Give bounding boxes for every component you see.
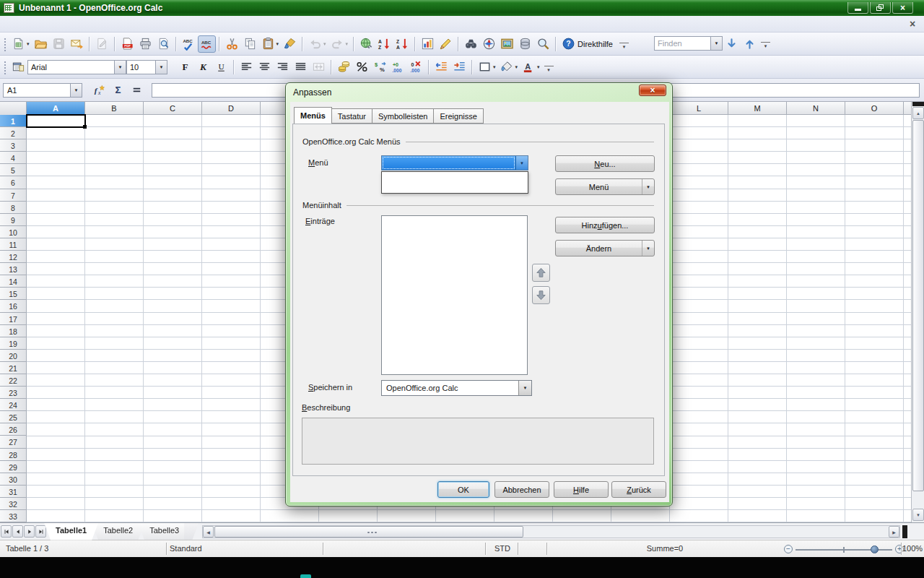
sum-status[interactable]: Summe=0 — [546, 544, 783, 553]
selection-mode-status[interactable]: STD — [488, 544, 517, 553]
find-down-button[interactable] — [723, 35, 741, 52]
hinzufuegen-button[interactable]: Hinzufügen... — [555, 217, 655, 233]
row-header-28[interactable]: 28 — [0, 449, 27, 461]
borders-button[interactable]: ▾ — [476, 59, 498, 76]
tab-tastatur[interactable]: Tastatur — [332, 108, 372, 124]
toolbar-overflow-button[interactable]: ▾ — [761, 42, 770, 49]
abbrechen-button[interactable]: Abbrechen — [494, 481, 549, 498]
horizontal-scrollbar-thumb[interactable] — [214, 526, 523, 538]
toolbar-overflow-button[interactable]: ▾ — [544, 66, 554, 73]
gallery-button[interactable] — [498, 35, 516, 53]
close-window-button[interactable]: × — [892, 2, 913, 14]
auto-spellcheck-button[interactable]: ABC — [198, 35, 216, 53]
chevron-down-icon[interactable]: ▼ — [518, 381, 531, 395]
scroll-down-button[interactable]: ▼ — [912, 509, 924, 521]
row-header-8[interactable]: 8 — [0, 202, 27, 214]
page-preview-button[interactable] — [154, 35, 173, 53]
row-header-23[interactable]: 23 — [0, 387, 27, 399]
save-in-select[interactable]: OpenOffice.org Calc ▼ — [381, 380, 532, 396]
data-sources-button[interactable] — [516, 35, 534, 53]
new-document-button[interactable]: ▾ — [9, 35, 32, 53]
name-box-dropdown[interactable]: ▼ — [70, 84, 82, 97]
email-button[interactable] — [68, 35, 86, 53]
decrease-indent-button[interactable] — [432, 59, 450, 76]
fill-handle[interactable] — [83, 125, 87, 129]
export-pdf-button[interactable]: PDF — [118, 35, 136, 53]
row-header-27[interactable]: 27 — [0, 436, 27, 448]
column-header-c[interactable]: C — [144, 102, 202, 114]
dialog-close-button[interactable]: × — [639, 85, 666, 96]
next-sheet-button[interactable] — [24, 525, 35, 538]
sort-ascending-button[interactable]: AZ — [375, 35, 393, 53]
name-box[interactable]: A1 ▼ — [3, 83, 82, 98]
row-header-31[interactable]: 31 — [0, 486, 27, 498]
navigator-button[interactable] — [480, 35, 498, 53]
column-header-o[interactable]: O — [845, 102, 904, 114]
function-wizard-button[interactable]: fx — [90, 82, 108, 98]
horizontal-split-handle[interactable] — [902, 525, 907, 538]
draw-functions-button[interactable] — [437, 35, 455, 53]
row-header-17[interactable]: 17 — [0, 313, 27, 325]
row-header-6[interactable]: 6 — [0, 176, 27, 189]
taskbar[interactable] — [0, 557, 924, 578]
aendern-dropdown-button[interactable]: Ändern ▼ — [555, 240, 655, 256]
row-header-26[interactable]: 26 — [0, 423, 27, 436]
minimize-button[interactable] — [847, 2, 868, 14]
first-sheet-button[interactable] — [1, 525, 12, 538]
cut-button[interactable] — [223, 35, 241, 53]
underline-button[interactable]: U — [212, 59, 230, 76]
row-header-14[interactable]: 14 — [0, 275, 27, 288]
row-header-32[interactable]: 32 — [0, 498, 27, 510]
row-header-16[interactable]: 16 — [0, 300, 27, 312]
menu-dropdown-button[interactable]: Menü ▼ — [555, 178, 655, 195]
selected-cell-a1[interactable] — [26, 114, 86, 128]
horizontal-scrollbar[interactable]: ◀ ▶ — [202, 525, 900, 538]
hilfe-button[interactable]: Hilfe — [554, 481, 609, 498]
zurueck-button[interactable]: Zurück — [611, 481, 666, 498]
row-header-11[interactable]: 11 — [0, 238, 27, 251]
move-down-button[interactable] — [532, 286, 550, 304]
number-standard-button[interactable]: $% — [371, 59, 389, 76]
scroll-up-button[interactable]: ▲ — [912, 107, 924, 119]
find-replace-button[interactable] — [462, 35, 480, 53]
delete-decimal-button[interactable]: 0.000 — [407, 59, 425, 76]
row-header-12[interactable]: 12 — [0, 251, 27, 263]
sum-button[interactable]: Σ — [109, 82, 126, 98]
tab-ereignisse[interactable]: Ereignisse — [434, 108, 483, 124]
sort-descending-button[interactable]: ZA — [393, 35, 411, 53]
row-header-18[interactable]: 18 — [0, 325, 27, 337]
cell-reference[interactable]: A1 — [4, 84, 70, 97]
previous-sheet-button[interactable] — [12, 525, 23, 538]
row-header-15[interactable]: 15 — [0, 288, 27, 300]
neu-button[interactable]: Neu... — [555, 155, 655, 172]
print-button[interactable] — [136, 35, 154, 53]
ok-button[interactable]: OK — [437, 481, 489, 498]
row-header-10[interactable]: 10 — [0, 226, 27, 238]
last-sheet-button[interactable] — [35, 525, 46, 538]
paste-button[interactable]: ▾ — [259, 35, 282, 53]
zoom-out-button[interactable]: − — [784, 545, 793, 553]
scroll-right-button[interactable]: ▶ — [889, 526, 899, 538]
close-document-button[interactable]: × — [907, 18, 918, 30]
bold-button[interactable]: F — [176, 59, 194, 76]
sheet-tab-tabelle2[interactable]: Tabelle2 — [92, 523, 144, 540]
toolbar-overflow-button[interactable]: ▾ — [619, 43, 629, 50]
row-header-1[interactable]: 1 — [0, 115, 27, 127]
help-button[interactable]: ?Direkthilfe — [559, 35, 617, 53]
chevron-down-icon[interactable]: ▼ — [515, 156, 528, 170]
window-titlebar[interactable]: Unbenannt 1 - OpenOffice.org Calc × — [0, 0, 924, 16]
open-button[interactable] — [32, 35, 50, 53]
align-justify-button[interactable] — [292, 59, 310, 76]
styles-window-button[interactable] — [9, 59, 27, 76]
equals-button[interactable] — [128, 82, 145, 98]
row-header-24[interactable]: 24 — [0, 399, 27, 411]
sheet-tab-tabelle1[interactable]: Tabelle1 — [44, 523, 98, 540]
insert-chart-button[interactable] — [419, 35, 437, 53]
toolbar-grip[interactable] — [2, 37, 7, 51]
column-header-l[interactable]: L — [670, 102, 728, 114]
column-header-d[interactable]: D — [202, 102, 261, 114]
row-header-30[interactable]: 30 — [0, 473, 27, 486]
chevron-down-icon[interactable]: ▼ — [710, 37, 722, 50]
format-paintbrush-button[interactable] — [281, 35, 299, 53]
row-header-33[interactable]: 33 — [0, 510, 27, 522]
